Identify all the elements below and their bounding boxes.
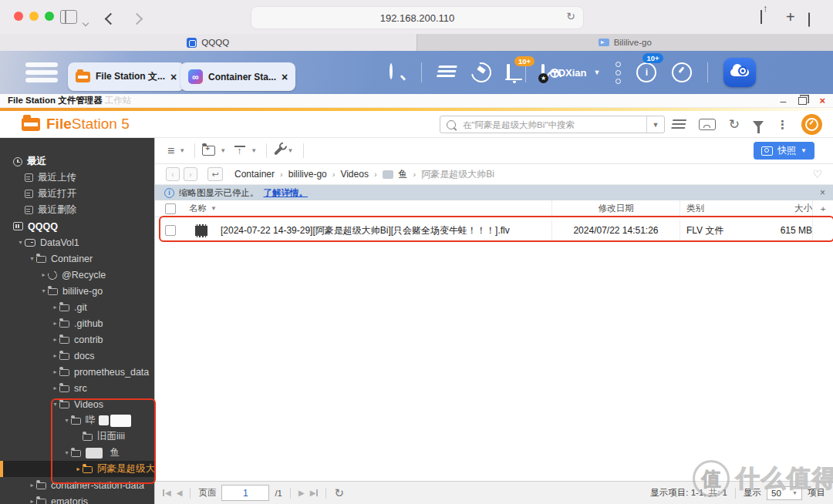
address-bar[interactable]: 192.168.200.110 ↻ (251, 6, 584, 29)
back-icon[interactable] (106, 12, 115, 26)
column-header-size[interactable]: 大小 (772, 203, 812, 214)
user-menu[interactable]: ★ YDXian ▼ (541, 66, 600, 79)
help-assistant-icon[interactable] (801, 114, 822, 135)
tab-overview-icon[interactable] (808, 13, 810, 27)
sidebar-item-qqqq[interactable]: QQQQ (0, 218, 154, 234)
tree-expand-icon[interactable]: ▸ (39, 271, 48, 278)
browser-tab-qqqq[interactable]: QQQQ (0, 34, 416, 51)
page-size-select[interactable]: 50 ▼ (767, 486, 802, 500)
sidebar-item-github[interactable]: ▸.github (0, 315, 154, 331)
prev-page-button[interactable]: ◀ (177, 489, 183, 497)
forward-icon[interactable] (133, 12, 141, 26)
tree-expand-icon[interactable]: ▸ (28, 498, 36, 504)
column-header-date[interactable]: 修改日期 (551, 200, 680, 217)
tree-expand-icon[interactable]: ▸ (51, 304, 59, 311)
system-health-button[interactable]: i 10+ (636, 62, 656, 82)
page-input[interactable] (221, 485, 269, 501)
select-all-checkbox[interactable] (165, 203, 176, 214)
restore-icon[interactable] (798, 97, 807, 105)
resource-monitor-icon[interactable] (672, 62, 692, 82)
sidebar-item-src[interactable]: ▸src (0, 380, 154, 396)
search-icon[interactable] (390, 65, 393, 79)
tree-expand-icon[interactable]: ▸ (51, 336, 59, 343)
sidebar-item-bililive-go[interactable]: ▾bililive-go (0, 283, 154, 299)
breadcrumb-item-videos[interactable]: Videos (340, 169, 368, 180)
browser-tab-bililive[interactable]: Bililive-go (416, 34, 833, 51)
tree-expand-icon[interactable]: ▸ (51, 368, 59, 375)
zoom-window-icon[interactable] (45, 12, 54, 21)
sync-icon[interactable] (467, 59, 495, 86)
more-options-icon[interactable]: ⋮ (777, 118, 788, 132)
row-checkbox[interactable] (165, 225, 176, 236)
sidebar-toggle-icon[interactable] (60, 10, 77, 24)
reload-icon[interactable]: ↻ (566, 10, 575, 22)
traffic-lights[interactable] (14, 12, 54, 21)
breadcrumb-item-bililive-go[interactable]: bililive-go (288, 169, 327, 180)
add-column-button[interactable]: + (812, 200, 833, 217)
quickconnect-button[interactable] (723, 58, 756, 87)
sidebar-item-contrib[interactable]: ▸contrib (0, 331, 154, 348)
tree-expand-icon[interactable]: ▸ (51, 352, 59, 359)
favorite-heart-icon[interactable]: ♡ (812, 168, 822, 180)
tree-collapse-icon[interactable]: ▾ (28, 255, 36, 262)
tools-button[interactable]: ▼ (274, 146, 293, 156)
tree-collapse-icon[interactable]: ▾ (62, 449, 71, 456)
main-menu-icon[interactable] (25, 62, 58, 82)
go-up-button[interactable]: ↩ (207, 167, 223, 181)
sidebar-item-recent-delete[interactable]: 最近删除 (0, 202, 154, 218)
minimize-window-icon[interactable] (29, 12, 39, 21)
learn-more-link[interactable]: 了解详情。 (264, 187, 309, 199)
sidebar-item-container-station-data[interactable]: ▸container-station-data (0, 477, 154, 493)
upload-tasks-icon[interactable] (671, 119, 686, 130)
remote-connection-icon[interactable] (699, 119, 716, 130)
share-icon[interactable] (760, 10, 762, 24)
search-box[interactable]: ▼ (440, 116, 665, 133)
view-mode-button[interactable]: ≡▼ (167, 145, 185, 157)
sidebar-item-recent[interactable]: 最近 (0, 153, 154, 170)
column-header-name[interactable]: 名称 ▼ (186, 203, 551, 214)
search-input[interactable] (461, 119, 646, 130)
tree-expand-icon[interactable]: ▸ (51, 385, 59, 391)
chevron-down-icon[interactable] (83, 15, 88, 29)
snapshot-button[interactable]: 快照 ▼ (754, 142, 814, 160)
sidebar-item-git[interactable]: ▸.git (0, 299, 154, 315)
new-tab-icon[interactable]: + (786, 9, 795, 25)
widgets-icon[interactable] (615, 62, 621, 84)
first-page-button[interactable]: ◀ (163, 489, 171, 497)
sidebar-item-recycle[interactable]: ▸@Recycle (0, 267, 154, 283)
next-page-button[interactable]: ▶ (298, 489, 305, 497)
sidebar-item-prometheus-data[interactable]: ▸prometheus_data (0, 364, 154, 380)
create-folder-button[interactable]: ▼ (202, 146, 226, 156)
close-notice-icon[interactable]: × (820, 187, 825, 198)
sidebar-item-recent-upload[interactable]: 最近上传 (0, 170, 154, 186)
refresh-icon[interactable]: ↻ (334, 486, 344, 500)
notifications-button[interactable]: 10+ (507, 66, 510, 79)
breadcrumb-item-ahao[interactable]: 阿豪是超级大帅Bi (421, 168, 494, 181)
breadcrumb-item-fish[interactable]: 鱼 (399, 168, 408, 181)
tree-expand-icon[interactable]: ▸ (28, 482, 36, 489)
close-window-icon[interactable] (14, 12, 23, 21)
nav-forward-button[interactable]: › (184, 167, 197, 181)
column-header-type[interactable]: 类别 (680, 200, 772, 217)
last-page-button[interactable]: ▶ (310, 489, 319, 497)
search-options-caret[interactable]: ▼ (646, 116, 664, 133)
sidebar-item-bi-censored[interactable]: ▾哔 (0, 412, 154, 428)
sidebar-item-datavol1[interactable]: ▾DataVol1 (0, 234, 154, 250)
dsm-tab-container-station[interactable]: ∞ Container Sta... × (180, 62, 295, 91)
upload-queue-icon[interactable] (436, 66, 457, 79)
sidebar-item-fish[interactable]: ▾鱼 (0, 445, 154, 461)
sidebar-item-ematoris[interactable]: ▸ematoris (0, 493, 154, 504)
sidebar-item-ahao[interactable]: ▸阿豪是超级大帅 (0, 461, 154, 477)
tree-collapse-icon[interactable]: ▾ (62, 417, 71, 424)
file-row[interactable]: [2024-07-22 14-39-29][阿豪是超级大帅Bi][只会赌全场变牛… (155, 220, 833, 241)
filter-icon[interactable] (753, 121, 764, 128)
tree-collapse-icon[interactable]: ▾ (39, 287, 48, 294)
tree-collapse-icon[interactable]: ▾ (16, 239, 25, 246)
close-icon[interactable]: × (819, 95, 825, 106)
refresh-icon[interactable]: ↻ (729, 118, 740, 131)
tree-collapse-icon[interactable]: ▾ (51, 401, 59, 408)
close-tab-icon[interactable]: × (282, 71, 288, 83)
upload-button[interactable]: ▼ (234, 146, 257, 156)
sidebar-item-container[interactable]: ▾Container (0, 250, 154, 267)
sidebar-item-videos[interactable]: ▾Videos (0, 396, 154, 412)
